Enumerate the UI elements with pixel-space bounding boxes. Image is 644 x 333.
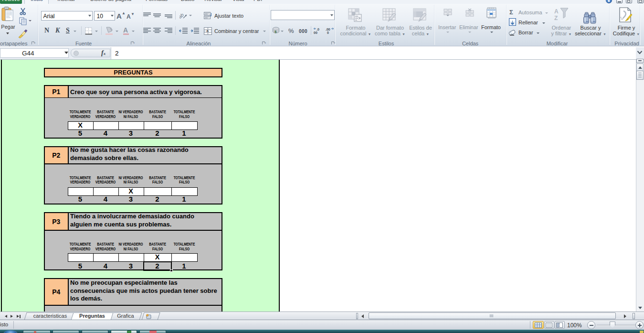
- svg-text:.0: .0: [317, 28, 319, 31]
- svg-text:0: 0: [327, 31, 329, 34]
- svg-text:$: $: [274, 30, 277, 34]
- svg-text:Z: Z: [554, 15, 558, 21]
- svg-text:a: a: [207, 29, 209, 33]
- svg-text:.00: .00: [326, 28, 330, 31]
- svg-text:A: A: [554, 8, 559, 15]
- svg-text:00: 00: [314, 31, 317, 34]
- svg-text:ab: ab: [179, 12, 185, 20]
